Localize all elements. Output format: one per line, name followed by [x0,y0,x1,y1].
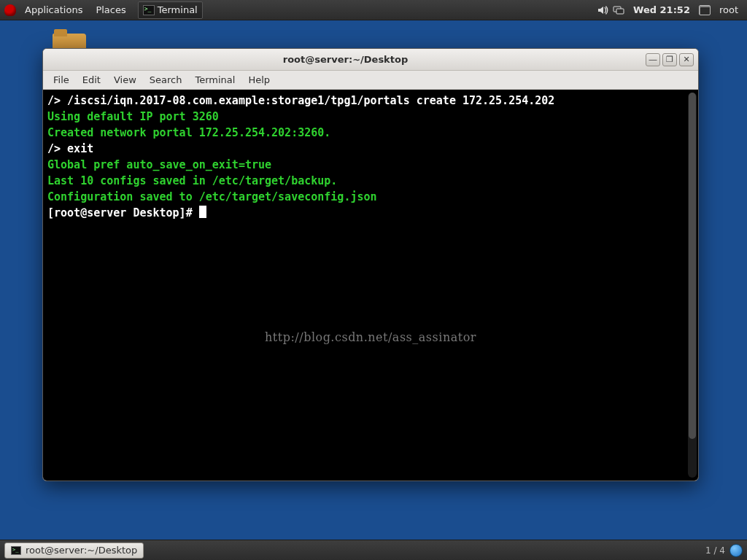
menu-view[interactable]: View [108,73,142,87]
maximize-button[interactable]: ❐ [662,53,677,66]
bottom-panel: root@server:~/Desktop 1 / 4 [0,540,747,560]
taskbar-entry-label: root@server:~/Desktop [26,545,137,556]
terminal-icon [11,546,21,555]
terminal-line: /> /iscsi/iqn.2017-08.com.example:storag… [47,93,694,109]
terminal-prompt-line: [root@server Desktop]# [47,205,694,221]
shell-prompt: [root@server Desktop]# [47,206,199,219]
terminal-icon [143,5,155,15]
applications-menu[interactable]: Applications [20,3,87,17]
running-app-indicator[interactable]: Terminal [138,1,203,19]
menu-terminal[interactable]: Terminal [189,73,241,87]
window-title: root@server:~/Desktop [47,54,643,65]
workspace-indicator[interactable]: 1 / 4 [705,545,725,556]
distro-logo-icon [4,4,16,16]
running-app-label: Terminal [158,4,198,15]
menu-help[interactable]: Help [242,73,276,87]
terminal-window: root@server:~/Desktop ― ❐ ✕ File Edit Vi… [42,48,699,481]
show-desktop-icon[interactable] [729,544,743,557]
terminal-line: Last 10 configs saved in /etc/target/bac… [47,173,694,189]
terminal-line: Using default IP port 3260 [47,109,694,125]
menu-file[interactable]: File [47,73,75,87]
minimize-button[interactable]: ― [646,53,660,66]
terminal-line: Global pref auto_save_on_exit=true [47,157,694,173]
terminal-viewport[interactable]: /> /iscsi/iqn.2017-08.com.example:storag… [43,90,698,481]
top-panel: Applications Places Terminal Wed 21:52 r… [0,0,747,20]
scrollbar[interactable] [688,93,697,478]
window-menubar: File Edit View Search Terminal Help [43,71,698,90]
cursor-icon [199,206,206,218]
user-menu[interactable]: root [715,3,743,17]
terminal-line: Configuration saved to /etc/target/savec… [47,189,694,205]
scrollbar-thumb[interactable] [689,93,696,439]
terminal-line: Created network portal 172.25.254.202:32… [47,125,694,141]
svg-rect-1 [616,9,624,14]
places-menu[interactable]: Places [91,3,130,17]
volume-icon[interactable] [597,4,608,16]
window-titlebar[interactable]: root@server:~/Desktop ― ❐ ✕ [43,49,698,71]
terminal-line: /> exit [47,141,694,157]
menu-edit[interactable]: Edit [77,73,107,87]
clock[interactable]: Wed 21:52 [629,3,694,17]
close-button[interactable]: ✕ [679,53,694,66]
menu-search[interactable]: Search [144,73,188,87]
watermark-text: http://blog.csdn.net/ass_assinator [265,332,476,343]
network-icon[interactable] [613,4,624,16]
keyboard-icon[interactable] [699,4,711,16]
taskbar-entry-terminal[interactable]: root@server:~/Desktop [4,542,144,559]
